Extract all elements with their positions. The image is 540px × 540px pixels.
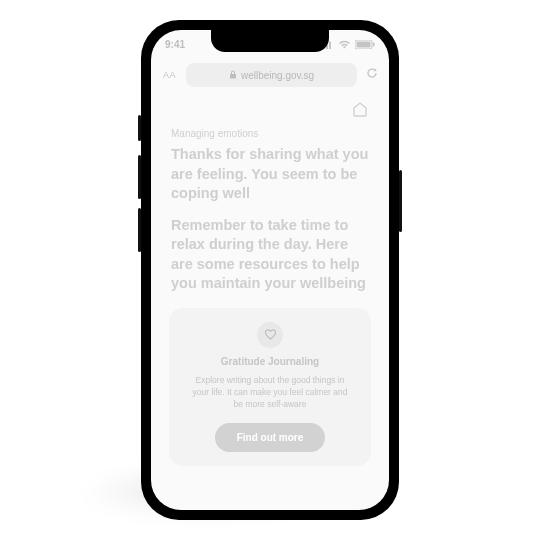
phone-frame: 9:41 AA wellbeing.gov.sg (141, 20, 399, 520)
address-url: wellbeing.gov.sg (241, 70, 314, 81)
svg-rect-6 (373, 42, 375, 46)
phone-notch (211, 30, 329, 52)
reload-icon[interactable] (365, 66, 379, 84)
phone-screen: 9:41 AA wellbeing.gov.sg (151, 30, 389, 510)
card-title: Gratitude Journaling (185, 356, 355, 367)
battery-icon (355, 40, 375, 49)
status-time: 9:41 (165, 39, 185, 50)
browser-address-bar: AA wellbeing.gov.sg (161, 60, 379, 90)
svg-rect-5 (357, 41, 371, 47)
resource-card: Gratitude Journaling Explore writing abo… (169, 308, 371, 466)
heart-icon (257, 322, 283, 348)
text-size-button[interactable]: AA (161, 70, 178, 80)
card-body: Explore writing about the good things in… (191, 375, 349, 411)
page-content: Managing emotions Thanks for sharing wha… (151, 90, 389, 466)
svg-rect-3 (329, 41, 331, 49)
wifi-icon (338, 40, 351, 49)
lock-icon (229, 70, 237, 81)
address-pill[interactable]: wellbeing.gov.sg (186, 63, 357, 87)
phone-side-button (399, 170, 402, 232)
section-eyebrow: Managing emotions (171, 128, 369, 139)
phone-side-button (138, 208, 141, 252)
page-paragraph: Remember to take time to relax during th… (171, 216, 369, 294)
find-out-more-button[interactable]: Find out more (215, 423, 326, 452)
page-headline: Thanks for sharing what you are feeling.… (171, 145, 369, 204)
phone-side-button (138, 115, 141, 141)
phone-side-button (138, 155, 141, 199)
home-icon[interactable] (351, 100, 369, 122)
